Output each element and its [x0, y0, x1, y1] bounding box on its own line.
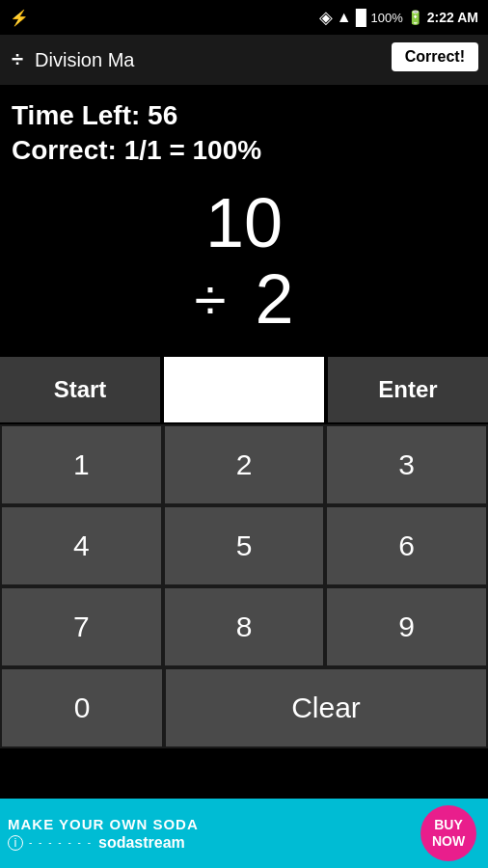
start-button[interactable]: Start — [0, 355, 162, 424]
ad-banner[interactable]: MAKE YOUR OWN SODA i - - - - - - - sodas… — [0, 799, 488, 868]
btn-2[interactable]: 2 — [163, 424, 326, 505]
title-bar: ÷ Division Ma Correct! — [0, 35, 488, 85]
status-bar: ⚡ ◈ ▲ ▉ 100% 🔋 2:22 AM — [0, 0, 488, 35]
ad-sub-row: i - - - - - - - sodastream — [8, 834, 185, 852]
usb-icon: ⚡ — [10, 9, 29, 27]
dividend: 10 — [205, 185, 283, 261]
app-icon: ÷ — [12, 47, 23, 72]
btn-6[interactable]: 6 — [325, 505, 488, 586]
problem-area: 10 ÷ 2 — [12, 185, 476, 338]
bottom-row: 0 Clear — [0, 667, 488, 748]
battery-icon: 🔋 — [407, 10, 423, 25]
btn-5[interactable]: 5 — [163, 505, 326, 586]
ad-left: MAKE YOUR OWN SODA i - - - - - - - sodas… — [8, 816, 199, 852]
battery-percent: 100% — [371, 11, 403, 25]
num-row-1: 1 2 3 — [0, 424, 488, 505]
ad-brand: sodastream — [98, 834, 185, 852]
status-right: ◈ ▲ ▉ 100% 🔋 2:22 AM — [319, 7, 478, 28]
top-row: Start Enter — [0, 353, 488, 424]
num-row-3: 7 8 9 — [0, 586, 488, 667]
enter-button[interactable]: Enter — [326, 355, 488, 424]
ad-main-text: MAKE YOUR OWN SODA — [8, 816, 199, 832]
navigation-icon: ◈ — [319, 7, 333, 28]
keypad-area: Start Enter 1 2 3 4 5 6 7 8 9 0 Clear — [0, 353, 488, 748]
correct-display: Correct: 1/1 = 100% — [12, 135, 476, 166]
number-grid: 1 2 3 4 5 6 7 8 9 — [0, 424, 488, 667]
clear-button[interactable]: Clear — [164, 667, 488, 748]
divisor: 2 — [255, 261, 293, 338]
time-display: Time Left: 56 — [12, 100, 476, 131]
num-row-2: 4 5 6 — [0, 505, 488, 586]
btn-1[interactable]: 1 — [0, 424, 163, 505]
btn-7[interactable]: 7 — [0, 586, 163, 667]
ad-info-icon: i — [8, 835, 23, 851]
divisor-row: ÷ 2 — [195, 261, 294, 338]
ad-dots: - - - - - - - — [29, 837, 93, 848]
btn-4[interactable]: 4 — [0, 505, 163, 586]
status-left: ⚡ — [10, 9, 29, 27]
btn-0[interactable]: 0 — [0, 667, 164, 748]
btn-3[interactable]: 3 — [325, 424, 488, 505]
answer-input[interactable] — [162, 355, 326, 424]
correct-toast: Correct! — [392, 42, 478, 71]
signal-icon: ▉ — [356, 9, 367, 27]
status-time: 2:22 AM — [427, 10, 478, 25]
division-symbol: ÷ — [195, 271, 227, 329]
btn-9[interactable]: 9 — [325, 586, 488, 667]
app-title: Division Ma — [35, 49, 134, 71]
btn-8[interactable]: 8 — [163, 586, 326, 667]
main-area: Time Left: 56 Correct: 1/1 = 100% 10 ÷ 2 — [0, 85, 488, 338]
wifi-icon: ▲ — [337, 9, 352, 26]
ad-buy-button[interactable]: BUY NOW — [420, 805, 476, 861]
